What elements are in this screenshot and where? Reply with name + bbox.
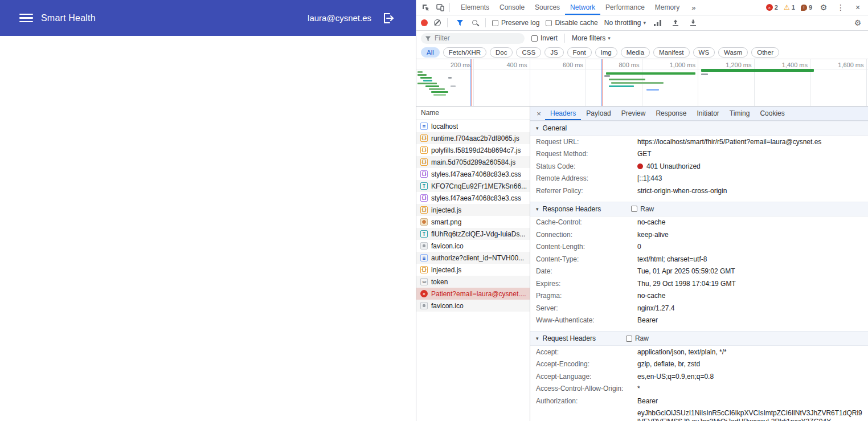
waterfall-bar [417,74,427,76]
request-name: main.5d705d289a260584.js [431,158,515,166]
filter-chip-media[interactable]: Media [621,47,650,58]
raw-toggle-checkbox[interactable]: Raw [631,205,654,213]
device-toolbar-icon[interactable] [435,2,446,13]
detail-tab-headers[interactable]: Headers [545,107,581,120]
request-row[interactable]: {}runtime.f704aac2b7df8065.js [416,132,530,144]
disable-cache-checkbox[interactable]: Disable cache [546,19,597,27]
headers-section-general: ▾GeneralRequest URL:https://localhost/sm… [530,121,868,202]
detail-tab-initiator[interactable]: Initiator [691,107,724,120]
checkbox-box [492,20,498,26]
logout-icon[interactable] [382,11,395,25]
font-file-icon: T [420,230,428,238]
warning-count: 1 [792,4,795,11]
filter-chip-font[interactable]: Font [567,47,592,58]
request-row[interactable]: TflUhRq6tzZclQEJ-Vdg-IuiaDs... [416,228,530,240]
filter-toggle-icon[interactable] [454,17,465,28]
waterfall-bar [609,79,645,80]
filter-chip-doc[interactable]: Doc [490,47,513,58]
filter-chip-js[interactable]: JS [544,47,563,58]
devtools-tab-sources[interactable]: Sources [530,0,565,15]
section-header-response-headers[interactable]: ▾Response HeadersRaw [530,202,868,216]
preserve-log-checkbox[interactable]: Preserve log [492,19,539,27]
devtools-tab-console[interactable]: Console [494,0,530,15]
request-row[interactable]: {}styles.f47aea74068c83e3.css [416,168,530,180]
invert-checkbox[interactable]: Invert [531,34,558,42]
settings-gear-icon[interactable]: ⚙ [818,2,829,13]
detail-tab-payload[interactable]: Payload [581,107,616,120]
filter-chip-ws[interactable]: WS [693,47,715,58]
devtools-panel: ElementsConsoleSourcesNetworkPerformance… [416,0,868,421]
request-row[interactable]: favicon.ico [416,300,530,312]
detail-tab-preview[interactable]: Preview [616,107,651,120]
request-row[interactable]: {}styles.f47aea74068c83e3.css [416,192,530,204]
network-settings-gear-icon[interactable]: ⚙ [852,17,863,28]
request-row[interactable]: smart.png [416,216,530,228]
close-request-details-icon[interactable]: × [533,109,545,118]
header-value: strict-origin-when-cross-origin [637,187,862,195]
timeline-tick-label: 400 ms [506,62,529,68]
warning-count-badge[interactable]: ⚠ 1 [784,4,795,11]
filter-chip-all[interactable]: All [421,47,440,58]
more-filters-button[interactable]: More filters ▾ [572,34,611,42]
devtools-tab-memory[interactable]: Memory [650,0,685,15]
clear-network-log-icon[interactable] [434,19,441,26]
detail-tab-response[interactable]: Response [650,107,691,120]
devtools-tab-elements[interactable]: Elements [456,0,494,15]
section-header-general[interactable]: ▾General [530,121,868,136]
request-name: polyfills.f58199d24b8694c7.js [431,146,521,154]
header-name: Www-Authenticate: [536,316,637,325]
record-network-log-button[interactable] [421,19,428,26]
request-row[interactable]: {}polyfills.f58199d24b8694c7.js [416,144,530,156]
filter-chip-fetch-xhr[interactable]: Fetch/XHR [443,47,486,58]
filter-chip-img[interactable]: Img [595,47,617,58]
request-row[interactable]: {}main.5d705d289a260584.js [416,156,530,168]
filter-input[interactable] [421,33,525,44]
export-har-icon[interactable] [687,17,699,28]
throttling-select[interactable]: No throttling ▾ [604,19,646,27]
timeline-gridline [473,59,474,106]
error-count-badge[interactable]: × 2 [766,4,778,11]
filter-chip-manifest[interactable]: Manifest [653,47,689,58]
header-value: application/json, text/plain, */* [637,348,862,357]
section-header-request-headers[interactable]: ▾Request HeadersRaw [530,331,868,346]
kebab-menu-icon[interactable]: ⋮ [835,2,846,13]
menu-icon[interactable] [19,14,33,23]
request-row[interactable]: ≡authorize?client_id=NTVH00... [416,252,530,264]
inspect-element-icon[interactable] [420,2,431,13]
header-value: Thu, 29 Oct 1998 17:04:19 GMT [637,280,862,288]
request-name: flUhRq6tzZclQEJ-Vdg-IuiaDs... [431,230,525,238]
request-name: styles.f47aea74068c83e3.css [431,194,521,202]
raw-toggle-checkbox[interactable]: Raw [626,334,649,342]
filter-chip-other[interactable]: Other [751,47,779,58]
detail-tab-timing[interactable]: Timing [724,107,755,120]
request-row[interactable]: ≡localhost [416,120,530,132]
header-row: Pragma:no-cache [530,290,868,303]
request-row[interactable]: <>token [416,276,530,288]
warning-icon: ⚠ [784,4,790,11]
request-row[interactable]: ×Patient?email=laura@cysnet.... [416,288,530,300]
import-har-icon[interactable] [670,17,681,28]
filter-chip-wasm[interactable]: Wasm [718,47,748,58]
smart-health-app: Smart Health laura@cysnet.es [0,0,416,421]
search-icon[interactable] [472,19,479,27]
header-row: Referrer Policy:strict-origin-when-cross… [530,185,868,197]
more-tools-tabs-button[interactable]: » [688,0,699,15]
devtools-tab-network[interactable]: Network [565,0,600,15]
timeline-gridline [698,59,698,106]
error-icon: × [766,4,773,11]
request-row[interactable]: {}injected.js [416,264,530,276]
filter-chip-css[interactable]: CSS [516,47,541,58]
network-conditions-icon[interactable] [652,17,664,28]
request-row[interactable]: TKFO7CnqEu92Fr1ME7kSn66... [416,180,530,192]
close-devtools-icon[interactable]: × [852,2,863,13]
request-row[interactable]: favicon.ico [416,240,530,252]
issues-count-badge[interactable]: ! 9 [801,4,812,11]
more-filters-label: More filters [572,34,605,42]
network-overview-timeline[interactable]: 200 ms400 ms600 ms800 ms1,000 ms1,200 ms… [416,59,868,107]
invert-label: Invert [541,34,558,42]
name-column-header[interactable]: Name [416,107,530,120]
request-row[interactable]: {}injected.js [416,204,530,216]
detail-tab-cookies[interactable]: Cookies [755,107,789,120]
header-name: Server: [536,304,637,313]
devtools-tab-performance[interactable]: Performance [600,0,650,15]
